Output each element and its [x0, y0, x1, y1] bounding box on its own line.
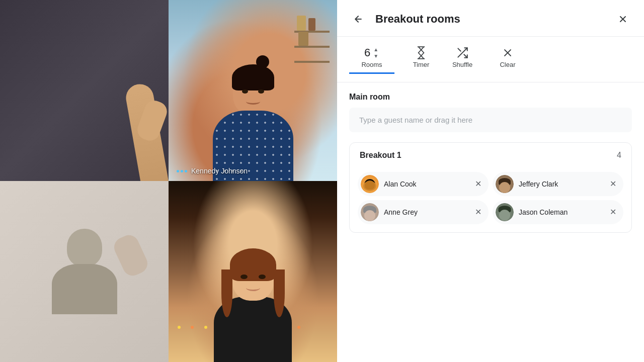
shuffle-label: Shuffle — [452, 61, 472, 68]
participant-name-jason-coleman: Jason Coleman — [519, 208, 603, 216]
main-room-dropzone[interactable]: Type a guest name or drag it here — [349, 108, 632, 132]
rooms-stepper[interactable]: ▲ ▼ — [372, 47, 379, 59]
breakout-rooms-panel: Breakout rooms 6 ▲ ▼ Rooms — [337, 0, 644, 362]
timer-icon — [415, 45, 428, 61]
main-room-title: Main room — [349, 93, 632, 102]
panel-title: Breakout rooms — [375, 13, 606, 26]
avatar-alan-cook — [361, 175, 379, 193]
participant-name-anne-grey: Anne Grey — [384, 208, 468, 216]
avatar-jeffery-clark — [496, 175, 514, 193]
svg-line-4 — [458, 48, 460, 51]
remove-anne-grey[interactable]: ✕ — [473, 208, 482, 217]
participant-chip-jason-coleman[interactable]: Jason Coleman ✕ — [493, 200, 623, 224]
participant-name-jeffery-clark: Jeffery Clark — [519, 180, 603, 188]
rooms-number: 6 — [364, 46, 370, 59]
participant-name-label: Kennedy Johnson — [177, 167, 248, 175]
timer-label: Timer — [413, 61, 430, 68]
video-panel: Kennedy Johnson — [0, 0, 337, 362]
participant-chip-alan-cook[interactable]: Alan Cook ✕ — [358, 172, 489, 196]
rooms-label: Rooms — [361, 61, 382, 68]
shuffle-icon — [455, 45, 469, 61]
remove-jason-coleman[interactable]: ✕ — [608, 208, 617, 217]
clear-label: Clear — [500, 61, 515, 68]
mic-indicator — [177, 170, 187, 172]
rooms-count-display: 6 ▲ ▼ — [364, 45, 379, 61]
breakout1-section: Breakout 1 4 Alan Cook ✕ — [349, 142, 632, 233]
breakout1-count: 4 — [617, 151, 621, 160]
video-cell-bottomright — [169, 181, 337, 362]
shuffle-toolbar-item[interactable]: Shuffle — [440, 45, 485, 68]
close-button[interactable] — [614, 10, 632, 28]
back-button[interactable] — [349, 10, 367, 28]
participant-chip-jeffery-clark[interactable]: Jeffery Clark ✕ — [493, 172, 623, 196]
avatar-jason-coleman — [496, 203, 514, 221]
rooms-down-arrow[interactable]: ▼ — [372, 53, 379, 59]
clear-icon — [502, 45, 514, 61]
toolbar: 6 ▲ ▼ Rooms Timer — [337, 37, 644, 82]
video-cell-bottomleft — [0, 181, 169, 362]
participant-name-alan-cook: Alan Cook — [384, 180, 468, 188]
timer-toolbar-item[interactable]: Timer — [394, 45, 440, 68]
panel-content: Main room Type a guest name or drag it h… — [337, 82, 644, 362]
video-cell-topright: Kennedy Johnson — [169, 0, 337, 181]
participant-name: Kennedy Johnson — [191, 167, 248, 175]
breakout1-title: Breakout 1 — [360, 151, 401, 160]
rooms-toolbar-item[interactable]: 6 ▲ ▼ Rooms — [349, 45, 394, 74]
remove-alan-cook[interactable]: ✕ — [473, 179, 482, 189]
participant-chip-anne-grey[interactable]: Anne Grey ✕ — [358, 200, 489, 224]
avatar-anne-grey — [361, 203, 379, 221]
participants-grid: Alan Cook ✕ Jeffery Clark ✕ — [350, 168, 631, 232]
panel-header: Breakout rooms — [337, 0, 644, 37]
breakout1-header: Breakout 1 4 — [350, 143, 631, 168]
rooms-up-arrow[interactable]: ▲ — [372, 47, 379, 53]
clear-toolbar-item[interactable]: Clear — [485, 45, 530, 68]
video-cell-topleft — [0, 0, 169, 181]
remove-jeffery-clark[interactable]: ✕ — [608, 179, 617, 189]
dropzone-placeholder: Type a guest name or drag it here — [359, 116, 472, 124]
